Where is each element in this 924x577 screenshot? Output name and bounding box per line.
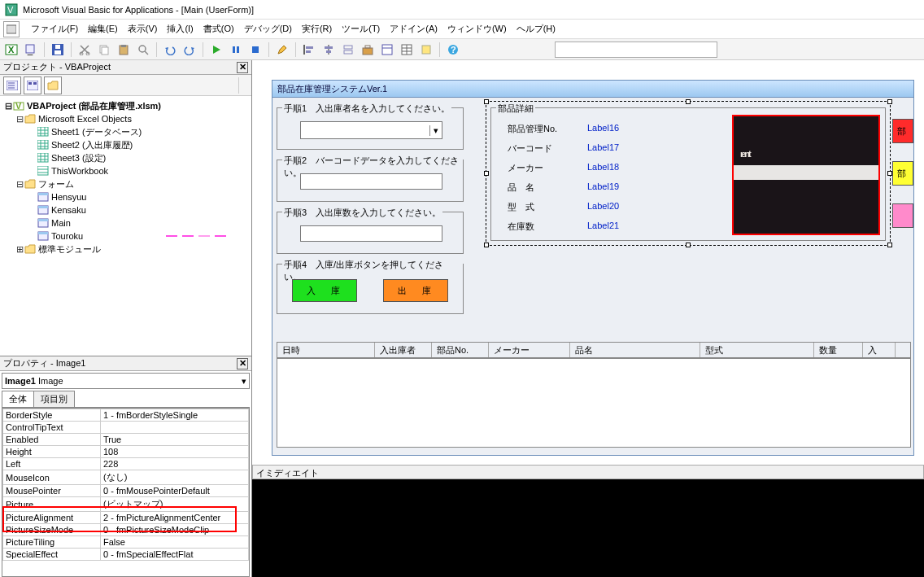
textbox-step2[interactable] [300,173,442,190]
center-horiz-icon[interactable] [320,42,337,58]
property-row[interactable]: EnabledTrue [3,434,249,446]
menu-debug[interactable]: デバッグ(D) [239,21,297,37]
menu-view[interactable]: 表示(V) [123,21,163,37]
tree-form-kensaku[interactable]: Kensaku [3,203,248,216]
project-tree[interactable]: ⊟VVBAProject (部品在庫管理.xlsm) ⊟Microsoft Ex… [0,96,251,356]
userform-main[interactable]: 部品在庫管理システムVer.1 手順1 入出庫者名を入力してください。 ▾ 手順… [272,80,914,456]
menu-addin[interactable]: アドイン(A) [385,21,442,37]
object-browser-icon[interactable] [418,42,434,58]
image1-control[interactable]: ıent [732,115,880,235]
tree-sheet1[interactable]: Sheet1 (データベース) [3,125,248,138]
property-row[interactable]: Picture(ビットマップ) [3,497,249,512]
help-icon[interactable]: ? [445,42,461,58]
cut-icon[interactable] [76,42,93,58]
form-titlebar[interactable]: 部品在庫管理システムVer.1 [272,80,914,98]
tree-thisworkbook[interactable]: ThisWorkbook [3,164,248,177]
svg-rect-29 [365,46,370,48]
svg-rect-44 [28,82,32,85]
detail-label: 型 式 [508,201,534,213]
tab-categorized[interactable]: 項目別 [33,391,75,407]
insert-dropdown[interactable] [23,42,39,58]
tree-root[interactable]: ⊟VVBAProject (部品在庫管理.xlsm) [3,99,248,112]
redo-icon[interactable] [181,42,198,58]
app-icon: V [5,3,18,16]
property-row[interactable]: PictureTilingFalse [3,536,249,549]
property-row[interactable]: ControlTipText [3,422,249,434]
form-body[interactable]: 手順1 入出庫者名を入力してください。 ▾ 手順2 バーコードデータを入力してく… [272,98,914,456]
undo-icon[interactable] [162,42,178,58]
save-icon[interactable] [50,42,66,58]
frame-detail[interactable]: 部品詳細 部品管理No.Label16バーコードLabel17メーカーLabel… [490,107,886,241]
property-row[interactable]: BorderStyle1 - fmBorderStyleSingle [3,409,249,422]
tab-alphabetic[interactable]: 全体 [2,391,34,407]
tree-sheet2[interactable]: Sheet2 (入出庫履歴) [3,138,248,151]
svg-text:?: ? [451,45,456,55]
property-row[interactable]: MouseIcon(なし) [3,470,249,485]
find-icon[interactable] [135,42,151,58]
mdi-icon[interactable] [3,21,20,37]
detail-label: 品 名 [508,181,534,194]
property-row[interactable]: Height108 [3,446,249,458]
tree-form-hensyuu[interactable]: Hensyuu [3,190,248,203]
tree-forms[interactable]: ⊟フォーム [3,177,248,190]
menu-format[interactable]: 書式(O) [198,21,239,37]
menu-insert[interactable]: 挿入(I) [162,21,198,37]
tree-modules[interactable]: ⊞標準モジュール [3,243,248,256]
menu-edit[interactable]: 編集(E) [83,21,123,37]
property-row[interactable]: MousePointer0 - fmMousePointerDefault [3,485,249,497]
frame-step2[interactable]: 手順2 バーコードデータを入力してください。 [277,160,464,202]
properties-icon[interactable] [399,42,415,58]
side-button-red[interactable]: 部 [892,119,913,143]
menu-run[interactable]: 実行(R) [297,21,337,37]
break-icon[interactable] [228,42,244,58]
project-explorer-icon[interactable] [379,42,395,58]
design-mode-icon[interactable] [274,42,290,58]
form-designer[interactable]: 部品在庫管理システムVer.1 手順1 入出庫者名を入力してください。 ▾ 手順… [252,60,924,465]
property-row[interactable]: PictureSizeMode0 - fmPictureSizeModeClip [3,524,249,536]
menu-help[interactable]: ヘルプ(H) [512,21,560,37]
same-width-icon[interactable] [340,42,356,58]
detail-value: Label21 [587,221,619,230]
immediate-window[interactable] [252,479,924,577]
copy-icon[interactable] [96,42,112,58]
property-row[interactable]: Left228 [3,458,249,470]
close-icon[interactable]: ✕ [237,62,248,73]
frame-step3[interactable]: 手順3 入出庫数を入力してください。 [277,212,464,254]
button-in[interactable]: 入 庫 [292,279,357,302]
view-code-icon[interactable] [3,76,21,94]
run-icon[interactable] [208,42,224,58]
toolbar-combo[interactable] [555,42,717,58]
align-left-icon[interactable] [301,42,317,58]
properties-object-combo[interactable]: Image1 Image ▾ [2,373,250,389]
toolbox-icon[interactable] [360,42,376,58]
combo-step1[interactable]: ▾ [300,121,442,139]
tree-form-main[interactable]: Main [3,216,248,229]
svg-rect-69 [38,206,48,208]
button-out[interactable]: 出 庫 [383,279,448,302]
close-icon[interactable]: ✕ [237,358,248,369]
menu-file[interactable]: ファイル(F) [26,21,83,37]
folder-icon[interactable] [44,76,62,94]
detail-label: メーカー [508,162,543,174]
frame-step1[interactable]: 手順1 入出庫者名を入力してください。 ▾ [277,107,464,150]
svg-text:X: X [8,45,15,55]
menu-tools[interactable]: ツール(T) [337,21,385,37]
tree-sheet3[interactable]: Sheet3 (設定) [3,151,248,164]
textbox-step3[interactable] [300,225,442,242]
tree-excel-objects[interactable]: ⊟Microsoft Excel Objects [3,112,248,125]
detail-value: Label19 [587,181,619,191]
paste-icon[interactable] [116,42,132,58]
side-button-yellow[interactable]: 部 [892,161,913,186]
property-row[interactable]: PictureAlignment2 - fmPictureAlignmentCe… [3,512,249,524]
menu-window[interactable]: ウィンドウ(W) [442,21,512,37]
properties-grid[interactable]: BorderStyle1 - fmBorderStyleSingleContro… [2,408,250,577]
stop-icon[interactable] [247,42,264,58]
list-header[interactable]: 日時 入出庫者 部品No. メーカー 品名 型式 数量 入 [277,342,911,358]
frame-step4[interactable]: 手順4 入庫/出庫ボタンを押してください。 入 庫 出 庫 [277,264,464,314]
excel-icon[interactable]: X [3,42,20,58]
view-object-icon[interactable] [24,76,41,94]
list-body[interactable] [277,358,911,448]
side-button-pink[interactable] [892,203,913,228]
property-row[interactable]: SpecialEffect0 - fmSpecialEffectFlat [3,549,249,561]
detail-value: Label17 [587,142,619,152]
